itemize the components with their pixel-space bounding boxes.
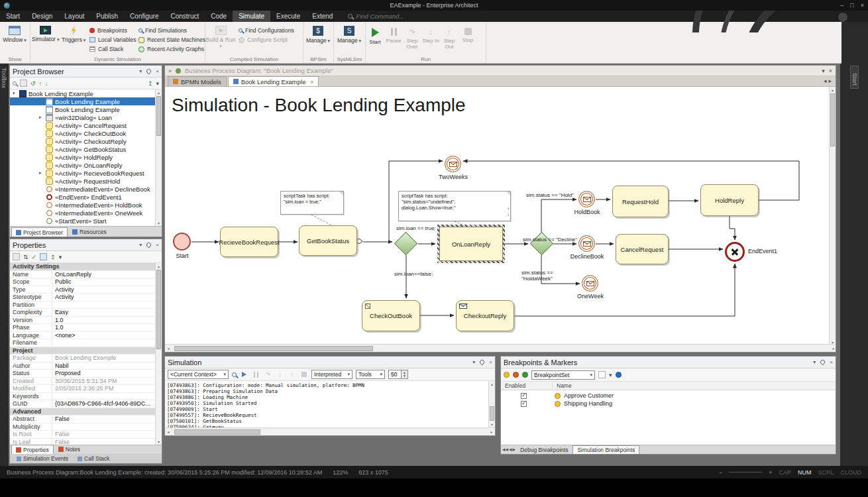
- property-value[interactable]: Activity: [52, 294, 155, 300]
- panel-menu-icon[interactable]: ▾: [139, 68, 142, 74]
- tree-expand-arrow[interactable]: ▸: [39, 115, 46, 120]
- tab-close-icon[interactable]: ×: [310, 79, 313, 85]
- breakpoint-row[interactable]: ✓ Approve Customer: [501, 392, 836, 400]
- property-row[interactable]: Package Book Lending Example: [10, 355, 155, 362]
- menu-tab[interactable]: Code: [205, 11, 233, 22]
- tab-nav-prev-icon[interactable]: ◂: [509, 446, 512, 453]
- simulation-scrollbar[interactable]: ▴ ▾: [488, 381, 495, 427]
- tree-expand-arrow[interactable]: ▸: [39, 170, 46, 176]
- menu-tab[interactable]: Execute: [270, 11, 306, 22]
- panel-menu-icon[interactable]: ▾: [472, 359, 475, 365]
- property-row[interactable]: Name OnLoanReply: [10, 271, 155, 279]
- property-row[interactable]: Version 1.0: [10, 317, 155, 325]
- tree-item[interactable]: «Activity» CancelRequest: [10, 121, 155, 129]
- build-and-run-button[interactable]: Build & Run: [205, 23, 236, 55]
- property-value[interactable]: 30/06/2015 5:31:34 PM: [52, 378, 155, 384]
- property-row[interactable]: Project: [10, 347, 155, 355]
- sim-step-out-button[interactable]: ↑: [288, 370, 296, 379]
- run-pause-button[interactable]: Pause: [384, 23, 403, 44]
- event-holdbook[interactable]: [578, 191, 595, 207]
- pin-icon[interactable]: [146, 242, 152, 248]
- property-value[interactable]: <none>: [52, 332, 155, 339]
- tree-item[interactable]: Book Lending Example: [10, 105, 155, 113]
- tree-item[interactable]: Book Lending Example: [10, 97, 155, 105]
- simulation-search-icon[interactable]: [232, 372, 237, 377]
- tree-item[interactable]: «Activity» RequestHold: [10, 177, 155, 185]
- speed-stepper[interactable]: 50 ▲▼: [388, 370, 408, 379]
- property-row[interactable]: Activity Settings: [10, 263, 155, 271]
- tree-layout-icon[interactable]: [20, 80, 27, 87]
- property-value[interactable]: False: [52, 439, 155, 445]
- breakpoint-checkbox[interactable]: ✓: [521, 393, 527, 399]
- expand-icon[interactable]: ↥: [50, 254, 56, 260]
- step-in-button[interactable]: ↓ Step In: [421, 23, 440, 44]
- menu-tab[interactable]: Start: [0, 11, 26, 22]
- column-name[interactable]: Name: [553, 382, 572, 389]
- panel-bottom-tab[interactable]: Simulation Breakpoints: [572, 445, 639, 454]
- start-collapsed-tab[interactable]: Start: [850, 66, 859, 89]
- run-start-button[interactable]: Start: [366, 23, 384, 46]
- tab-list-icon[interactable]: ▾: [822, 68, 825, 74]
- marker-yellow-icon[interactable]: [504, 372, 510, 378]
- property-value[interactable]: False: [52, 431, 155, 437]
- apply-icon[interactable]: ✓: [32, 254, 37, 260]
- event-twoweeks[interactable]: [445, 156, 461, 172]
- recent-state-machines-button[interactable]: Recent State Machines: [136, 35, 205, 44]
- tools-combo[interactable]: Tools: [356, 370, 385, 379]
- property-row[interactable]: Partition: [10, 302, 155, 309]
- collapse-all-icon[interactable]: ↥: [148, 80, 153, 87]
- maximize-button[interactable]: □: [850, 2, 853, 9]
- panel-menu-icon[interactable]: ▾: [813, 359, 816, 365]
- task-checkoutreply[interactable]: CheckoutReply: [456, 300, 514, 331]
- tab-scroll-left-icon[interactable]: ◂: [824, 78, 827, 84]
- task-getbookstatus[interactable]: GetBookStatus: [299, 225, 357, 256]
- note-scripttask-loan[interactable]: scriptTask has script: "sim.loan = true;…: [280, 191, 344, 215]
- property-row[interactable]: Complexity Easy: [10, 309, 155, 317]
- tree-scrollbar[interactable]: ▴ ▾: [155, 89, 162, 226]
- task-cancelrequest[interactable]: CancelRequest: [616, 234, 669, 264]
- column-enabled[interactable]: Enabled: [501, 382, 553, 389]
- find-configurations-button[interactable]: Find Configurations: [236, 26, 301, 35]
- property-row[interactable]: Author Nabil: [10, 362, 155, 370]
- zoom-in-icon[interactable]: +: [769, 469, 772, 476]
- log-line[interactable]: [07499009]: Start: [167, 406, 488, 412]
- tree-item[interactable]: «IntermediateEvent» OneWeek: [10, 209, 155, 217]
- toolbox-collapsed-tab[interactable]: Toolbox: [1, 68, 7, 88]
- tree-item[interactable]: «Activity» CheckoutReply: [10, 137, 155, 145]
- props-options-icon[interactable]: ▾: [59, 254, 62, 260]
- tree-item[interactable]: «Activity» GetBookStatus: [10, 145, 155, 153]
- mode-combo[interactable]: Interpreted: [311, 370, 353, 379]
- breakpoint-row[interactable]: ✓ Shipping Handling: [501, 400, 836, 408]
- property-row[interactable]: Language <none>: [10, 332, 155, 340]
- menu-tab[interactable]: Extend: [306, 11, 339, 22]
- panel-close-icon[interactable]: ×: [156, 68, 159, 74]
- tab-nav-next-icon[interactable]: ▸: [513, 446, 516, 453]
- tree-expand-arrow[interactable]: ▾: [13, 91, 19, 96]
- property-row[interactable]: Is Leaf False: [10, 439, 155, 445]
- property-row[interactable]: Stereotype Activity: [10, 294, 155, 302]
- property-row[interactable]: Created 30/06/2015 5:31:34 PM: [10, 378, 155, 386]
- manage-bpsim-button[interactable]: Manage: [303, 23, 333, 55]
- event-oneweek[interactable]: [582, 275, 598, 292]
- diagram-canvas[interactable]: Simulation - Book Lending Example Start …: [165, 87, 829, 345]
- task-checkoutbook[interactable]: CheckOutBook: [362, 300, 420, 331]
- new-set-icon[interactable]: [598, 371, 606, 378]
- breakpoint-checkbox[interactable]: ✓: [521, 401, 527, 407]
- log-line[interactable]: [07493950]: Simulation Started: [167, 400, 488, 406]
- tree-search-icon[interactable]: [13, 82, 17, 85]
- property-row[interactable]: Keywords: [10, 393, 155, 401]
- docked-panel-tab[interactable]: Simulation Events: [13, 455, 72, 463]
- simulator-button[interactable]: Simulator: [30, 23, 60, 55]
- property-value[interactable]: 1.0: [52, 324, 155, 331]
- property-value[interactable]: OnLoanReply: [52, 271, 155, 278]
- pin-icon[interactable]: [820, 359, 826, 366]
- property-row[interactable]: Scope Public: [10, 278, 155, 286]
- panel-bottom-tab[interactable]: Project Browser: [11, 227, 68, 237]
- property-row[interactable]: Status Proposed: [10, 370, 155, 378]
- close-button[interactable]: ×: [861, 2, 864, 9]
- property-row[interactable]: Phase 1.0: [10, 324, 155, 332]
- task-holdreply[interactable]: HoldReply: [700, 184, 759, 216]
- triggers-button[interactable]: Triggers: [60, 23, 87, 55]
- tree-item[interactable]: «IntermediateEvent» HoldBook: [10, 201, 155, 209]
- log-line[interactable]: [07493863]: Preparing Simulation Data: [167, 388, 488, 394]
